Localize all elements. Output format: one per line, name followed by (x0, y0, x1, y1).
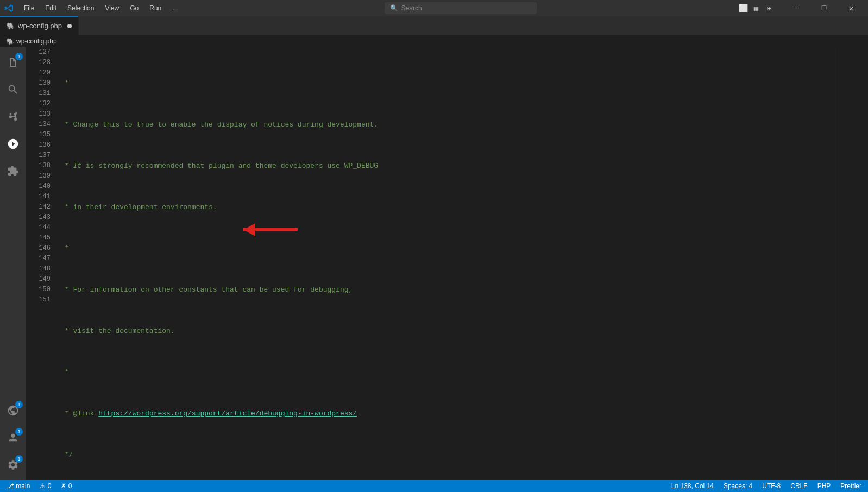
line-number-145: 145 (26, 233, 51, 243)
status-branch[interactable]: ⎇ main (4, 482, 32, 490)
line-number-139: 139 (26, 171, 51, 181)
status-warnings[interactable]: ⚠ 0 (37, 482, 53, 490)
activity-item-remote[interactable]: 1 (0, 398, 26, 424)
line-number-151: 151 (26, 295, 51, 305)
explorer-badge: 1 (15, 53, 23, 60)
status-encoding[interactable]: UTF-8 (760, 482, 783, 490)
line-number-135: 135 (26, 130, 51, 140)
line-number-144: 144 (26, 223, 51, 233)
code-line-135: * @link https://wordpress.org/support/ar… (60, 408, 835, 419)
search-area: 🔍 Search (188, 2, 732, 14)
activity-bar: 1 1 1 1 (0, 47, 26, 480)
minimize-button[interactable]: ─ (784, 0, 809, 16)
code-line-127: * (60, 78, 835, 89)
status-errors[interactable]: ✗ 0 (59, 482, 74, 490)
line-number-150: 150 (26, 285, 51, 295)
search-icon: 🔍 (390, 4, 398, 12)
titlebar: File Edit Selection View Go Run ... 🔍 Se… (0, 0, 868, 16)
line-number-140: 140 (26, 181, 51, 192)
menu-view[interactable]: View (100, 3, 123, 13)
code-line-132: * For information on other constants tha… (60, 285, 835, 295)
breadcrumb: 🐘 wp-config.php (0, 35, 868, 47)
statusbar: ⎇ main ⚠ 0 ✗ 0 Ln 138, Col 14 Spaces: 4 … (0, 480, 868, 492)
maximize-button[interactable]: □ (812, 0, 836, 16)
line-number-136: 136 (26, 140, 51, 150)
activity-item-extensions[interactable] (0, 158, 26, 184)
titlebar-actions: ⬜ ▦ ⊞ (739, 4, 773, 12)
menu-selection[interactable]: Selection (63, 3, 98, 13)
tab-wp-config[interactable]: 🐘 wp-config.php (0, 16, 79, 35)
activity-item-run-debug[interactable] (0, 131, 26, 157)
menu-file[interactable]: File (20, 3, 39, 13)
search-box[interactable]: 🔍 Search (385, 2, 537, 14)
settings-badge: 1 (15, 455, 23, 463)
code-line-129: * It is strongly recommended that plugin… (60, 161, 835, 171)
tab-filename: wp-config.php (18, 22, 62, 30)
menu-edit[interactable]: Edit (41, 3, 61, 13)
statusbar-left: ⎇ main ⚠ 0 ✗ 0 (4, 482, 74, 490)
close-button[interactable]: ✕ (839, 0, 864, 16)
customize-layout-icon[interactable]: ⊞ (765, 4, 773, 12)
code-line-133: * visit the documentation. (60, 326, 835, 336)
menu-run[interactable]: Run (145, 3, 166, 13)
status-cursor[interactable]: Ln 138, Col 14 (669, 482, 716, 490)
line-number-141: 141 (26, 192, 51, 202)
tab-bar: 🐘 wp-config.php (0, 16, 868, 35)
menu-bar: File Edit Selection View Go Run ... (20, 3, 182, 13)
remote-badge: 1 (15, 401, 23, 408)
activity-item-settings[interactable]: 1 (0, 452, 26, 478)
status-formatter[interactable]: Prettier (838, 482, 864, 490)
line-number-142: 142 (26, 202, 51, 212)
search-placeholder: Search (401, 4, 422, 12)
php-file-icon: 🐘 (7, 22, 15, 30)
line-number-133: 133 (26, 109, 51, 119)
activity-item-accounts[interactable]: 1 (0, 425, 26, 451)
breadcrumb-file-icon: 🐘 (7, 38, 14, 45)
editor: 127 128 129 130 131 132 133 134 135 136 … (26, 47, 868, 480)
vscode-logo (4, 4, 13, 12)
line-number-131: 131 (26, 89, 51, 99)
line-number-129: 129 (26, 68, 51, 78)
status-eol[interactable]: CRLF (788, 482, 809, 490)
code-line-136: */ (60, 450, 835, 460)
line-number-130: 130 (26, 78, 51, 89)
status-spaces[interactable]: Spaces: 4 (721, 482, 754, 490)
line-number-132: 132 (26, 99, 51, 109)
statusbar-right: Ln 138, Col 14 Spaces: 4 UTF-8 CRLF PHP … (669, 482, 864, 490)
code-line-128: * Change this to true to enable the disp… (60, 119, 835, 130)
main-content: 1 1 1 1 (0, 47, 868, 480)
menu-go[interactable]: Go (125, 3, 143, 13)
activity-bottom: 1 1 1 (0, 398, 26, 478)
window-controls: ─ □ ✕ (784, 0, 864, 16)
accounts-badge: 1 (15, 428, 23, 436)
activity-item-explorer[interactable]: 1 (0, 49, 26, 75)
activity-item-source-control[interactable] (0, 104, 26, 130)
code-line-130: * in their development environments. (60, 202, 835, 212)
code-line-131: * (60, 243, 835, 254)
split-editor-icon[interactable]: ⬜ (739, 4, 747, 12)
activity-item-search[interactable] (0, 77, 26, 103)
layout-icon[interactable]: ▦ (752, 4, 760, 12)
line-number-134: 134 (26, 119, 51, 130)
status-language[interactable]: PHP (815, 482, 833, 490)
line-number-128: 128 (26, 58, 51, 68)
line-number-148: 148 (26, 264, 51, 274)
code-content[interactable]: * * Change this to true to enable the di… (56, 47, 835, 480)
line-number-147: 147 (26, 254, 51, 264)
modified-indicator (67, 24, 72, 28)
code-line-134: * (60, 367, 835, 377)
breadcrumb-filename: wp-config.php (16, 37, 57, 45)
line-numbers: 127 128 129 130 131 132 133 134 135 136 … (26, 47, 56, 480)
menu-more[interactable]: ... (168, 3, 182, 13)
code-area[interactable]: 127 128 129 130 131 132 133 134 135 136 … (26, 47, 835, 480)
minimap (835, 47, 868, 480)
line-number-138: 138 (26, 161, 51, 171)
line-number-137: 137 (26, 150, 51, 161)
line-number-127: 127 (26, 47, 51, 58)
line-number-143: 143 (26, 212, 51, 223)
line-number-149: 149 (26, 274, 51, 285)
line-number-146: 146 (26, 243, 51, 254)
